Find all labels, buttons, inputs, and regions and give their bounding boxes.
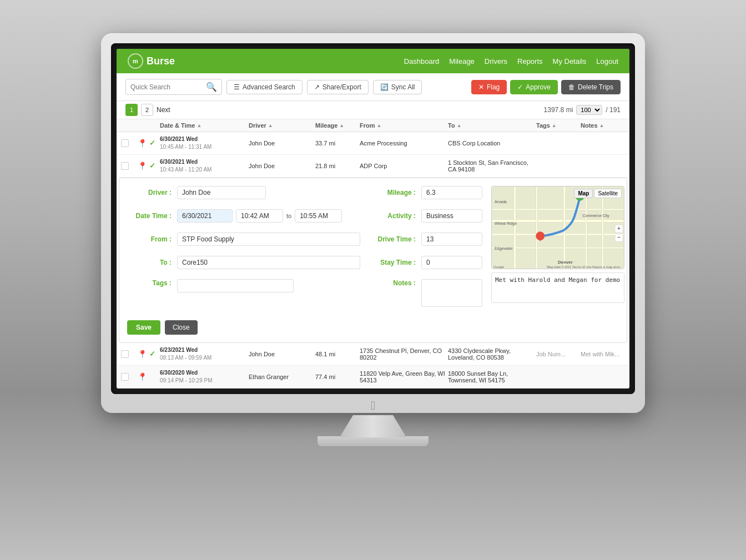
row3-from: 1735 Chestnut Pl, Denver, CO 80202 <box>360 347 448 361</box>
nav-mileage[interactable]: Mileage <box>449 57 475 65</box>
location-icon: 📍 <box>138 372 147 381</box>
svg-text:+: + <box>617 225 621 231</box>
activity-label: Activity : <box>371 212 416 220</box>
map-tab-satellite[interactable]: Satellite <box>594 189 622 198</box>
page-2-button[interactable]: 2 <box>141 104 153 116</box>
toolbar: 🔍 ☰ Advanced Search ↗ Share/Export 🔄 Syn… <box>117 73 629 101</box>
nav-reports[interactable]: Reports <box>517 57 543 65</box>
to-input[interactable] <box>177 256 360 269</box>
th-to[interactable]: To ▲ <box>448 122 536 129</box>
notes-textarea[interactable] <box>421 279 482 307</box>
svg-text:Commerce City: Commerce City <box>583 214 609 218</box>
nav-logout[interactable]: Logout <box>596 57 618 65</box>
to-row: To : Stay Time : <box>127 256 482 269</box>
row2-checkbox[interactable] <box>121 162 138 170</box>
th-mileage[interactable]: Mileage ▲ <box>315 122 360 129</box>
row3-tags: Job Num... <box>536 351 581 357</box>
row4-driver: Ethan Granger <box>249 374 315 380</box>
brand-name: Burse <box>147 56 175 67</box>
row2-to: 1 Stockton St, San Francisco, CA 94108 <box>448 159 536 173</box>
from-row: From : Drive Time : <box>127 233 482 246</box>
notes-textarea-map[interactable]: Met with Harold and Megan for demo <box>491 273 624 303</box>
svg-rect-7 <box>563 186 566 269</box>
per-page-select[interactable]: 100 50 25 <box>576 105 602 115</box>
brand-icon: m <box>128 53 143 69</box>
trash-icon: 🗑 <box>568 83 575 91</box>
share-export-button[interactable]: ↗ Share/Export <box>307 80 369 94</box>
row2-mileage: 21.8 mi <box>315 163 360 169</box>
delete-trips-button[interactable]: 🗑 Delete Trips <box>561 80 621 94</box>
driver-sort-icon: ▲ <box>268 123 273 128</box>
map-tabs: Map Satellite <box>574 189 622 198</box>
approved-icon: ✓ <box>149 139 155 148</box>
driver-input[interactable] <box>177 186 266 199</box>
tags-input[interactable] <box>177 279 294 292</box>
close-button[interactable]: Close <box>165 320 198 335</box>
svg-text:Denver: Denver <box>558 260 573 265</box>
drive-time-input[interactable] <box>421 233 482 246</box>
row4-from: 11820 Velp Ave, Green Bay, WI 54313 <box>360 370 448 384</box>
row1-driver: John Doe <box>249 140 315 147</box>
flag-button[interactable]: ✕ Flag <box>471 80 507 94</box>
page-1-button[interactable]: 1 <box>125 104 138 116</box>
apple-logo:  <box>111 398 635 413</box>
activity-input[interactable] <box>421 209 482 223</box>
row1-datetime: 6/30/2021 Wed 10:45 AM - 11:31 AM <box>160 135 249 151</box>
svg-rect-4 <box>492 209 624 210</box>
approve-button[interactable]: ✓ Approve <box>510 80 558 94</box>
drive-time-label: Drive Time : <box>371 235 416 243</box>
row1-mileage: 33.7 mi <box>315 140 360 147</box>
datetime-row: Date Time : to Activity : <box>127 209 482 223</box>
row3-checkbox[interactable] <box>121 350 138 358</box>
check-icon: ✓ <box>517 83 523 91</box>
th-driver[interactable]: Driver ▲ <box>249 122 315 129</box>
tags-notes-row: Tags : Notes : <box>127 279 482 307</box>
row4-to: 18000 Sunset Bay Ln, Townsend, WI 54175 <box>448 370 536 384</box>
row1-checkbox[interactable] <box>121 139 138 147</box>
th-notes[interactable]: Notes ▲ <box>581 122 625 129</box>
sync-all-button[interactable]: 🔄 Sync All <box>373 80 422 94</box>
th-datetime[interactable]: Date & Time ▲ <box>160 122 249 129</box>
monitor-stand <box>101 415 645 446</box>
row3-datetime: 6/23/2021 Wed 08:13 AM - 09:59 AM <box>160 346 249 362</box>
form-left: Driver : Mileage : Date Time : <box>127 186 482 335</box>
export-icon: ↗ <box>314 83 320 91</box>
svg-text:Map data ©2021  Terms of Use  : Map data ©2021 Terms of Use Report a map… <box>547 265 620 269</box>
to-sort-icon: ▲ <box>457 123 462 128</box>
table-row[interactable]: 📍 6/30/2020 Wed 09:14 PM - 10:29 PM Etha… <box>117 366 629 389</box>
row2-driver: John Doe <box>249 163 315 169</box>
search-input[interactable] <box>130 83 203 91</box>
save-button[interactable]: Save <box>127 320 160 335</box>
row4-checkbox[interactable] <box>121 373 138 381</box>
time-end-input[interactable] <box>295 209 342 223</box>
tags-sort-icon: ▲ <box>552 123 557 128</box>
table-row[interactable]: 📍 ✓ 6/23/2021 Wed 08:13 AM - 09:59 AM Jo… <box>117 343 629 366</box>
table-row[interactable]: 📍 ✓ 6/30/2021 Wed 10:43 AM - 11:20 AM Jo… <box>117 155 629 178</box>
advanced-search-button[interactable]: ☰ Advanced Search <box>226 80 303 94</box>
time-start-input[interactable] <box>236 209 283 223</box>
row1-to: CBS Corp Location <box>448 140 536 147</box>
to-label: To : <box>127 259 172 266</box>
nav-links: Dashboard Mileage Drivers Reports My Det… <box>404 57 618 65</box>
svg-rect-8 <box>586 186 587 269</box>
svg-rect-6 <box>536 186 537 269</box>
nav-my-details[interactable]: My Details <box>553 57 587 65</box>
search-icon: 🔍 <box>206 82 217 92</box>
table-row[interactable]: 📍 ✓ 6/30/2021 Wed 10:45 AM - 11:31 AM Jo… <box>117 132 629 155</box>
row3-to: 4330 Clydescale Pkwy, Loveland, CO 80538 <box>448 347 536 361</box>
date-input[interactable] <box>177 209 233 223</box>
row4-mileage: 77.4 mi <box>315 374 360 380</box>
nav-drivers[interactable]: Drivers <box>485 57 507 65</box>
svg-rect-5 <box>514 186 516 269</box>
total-miles: 1397.8 mi <box>544 106 573 114</box>
th-from[interactable]: From ▲ <box>360 122 448 129</box>
from-input[interactable] <box>177 233 360 246</box>
mileage-input[interactable] <box>421 186 482 199</box>
map-tab-map[interactable]: Map <box>574 189 593 198</box>
quick-search-box[interactable]: 🔍 <box>125 79 222 95</box>
nav-dashboard[interactable]: Dashboard <box>404 57 440 65</box>
next-link[interactable]: Next <box>157 106 170 114</box>
stay-time-input[interactable] <box>421 256 482 269</box>
total-records: 191 <box>609 106 621 114</box>
th-tags[interactable]: Tags ▲ <box>536 122 581 129</box>
